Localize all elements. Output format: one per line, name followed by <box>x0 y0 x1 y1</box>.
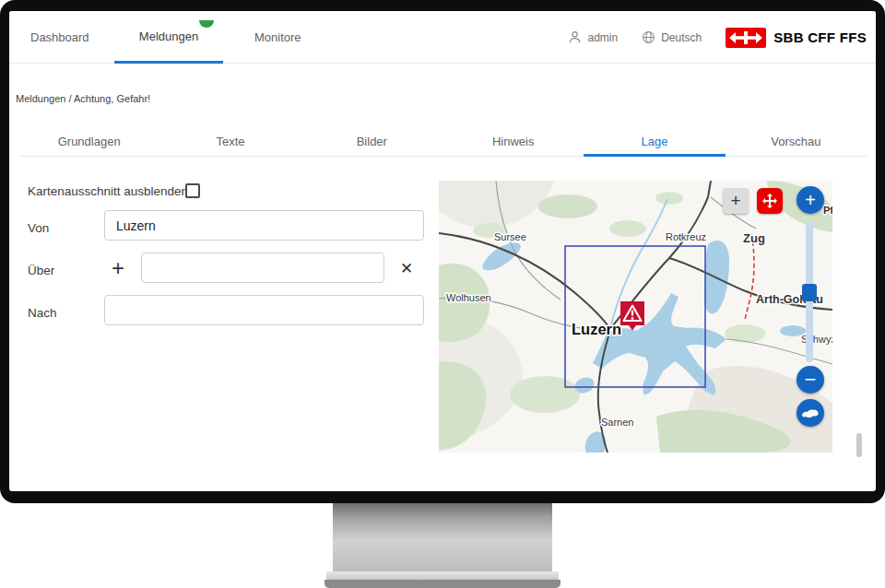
reset-view-button[interactable] <box>796 399 824 427</box>
tab-hinweis[interactable]: Hinweis <box>442 127 584 156</box>
globe-icon <box>642 30 655 44</box>
sbb-flag-icon <box>726 28 766 48</box>
pan-mode-button[interactable] <box>757 188 783 214</box>
notification-arc-icon <box>199 19 214 28</box>
nach-input[interactable] <box>104 295 424 325</box>
hide-map-checkbox[interactable] <box>185 183 200 198</box>
nav-item-dashboard[interactable]: Dashboard <box>30 11 89 64</box>
nav-item-meldungen[interactable]: Meldungen <box>114 11 223 64</box>
user-icon <box>568 30 582 44</box>
nav-item-monitore[interactable]: Monitore <box>254 11 301 64</box>
user-menu[interactable]: admin <box>568 30 618 44</box>
zoom-slider-handle[interactable] <box>802 284 817 301</box>
tab-grundlagen[interactable]: Grundlagen <box>18 127 159 156</box>
tab-bar: Grundlagen Texte Bilder Hinweis Lage Vor… <box>18 127 867 157</box>
map-label-sursee: Sursee <box>494 231 526 242</box>
monitor-stand-foot <box>324 580 560 588</box>
tab-bilder[interactable]: Bilder <box>301 127 442 156</box>
breadcrumb: Meldungen / Achtung, Gefahr! <box>16 93 150 104</box>
map-label-zug: Zug <box>743 231 765 245</box>
tab-texte[interactable]: Texte <box>159 127 301 156</box>
tab-lage[interactable]: Lage <box>584 127 725 156</box>
map-label-pf: Pf <box>823 205 832 216</box>
tab-vorschau[interactable]: Vorschau <box>726 127 867 156</box>
ueber-label: Über <box>28 264 54 277</box>
switzerland-icon <box>801 407 820 419</box>
map-container[interactable]: Sursee Rotkreuz Zug Wolhusen Luzern Arth… <box>439 181 832 453</box>
warning-marker[interactable] <box>620 301 644 331</box>
language-menu[interactable]: Deutsch <box>642 30 702 44</box>
nach-label: Nach <box>28 306 57 320</box>
zoom-out-button[interactable]: − <box>796 366 824 394</box>
move-icon <box>762 194 777 208</box>
language-label: Deutsch <box>661 31 702 44</box>
von-label: Von <box>28 221 49 235</box>
hide-map-label: Kartenausschnitt ausblenden <box>28 184 188 198</box>
sbb-logo-text: SBB CFF FFS <box>773 29 867 45</box>
zoom-in-button[interactable]: + <box>796 186 824 214</box>
monitor-stand-neck <box>333 503 552 571</box>
clear-via-button[interactable]: ✕ <box>394 255 419 281</box>
zoom-slider[interactable] <box>806 221 813 362</box>
via-input[interactable] <box>141 253 384 283</box>
sbb-logo: SBB CFF FFS <box>726 28 867 48</box>
screen: Dashboard Meldungen Monitore admin <box>9 11 876 491</box>
nav-item-meldungen-label: Meldungen <box>139 29 198 43</box>
monitor-frame: Dashboard Meldungen Monitore admin <box>0 0 885 503</box>
add-via-button[interactable]: + <box>105 255 131 281</box>
map-label-wolhusen: Wolhusen <box>446 292 491 303</box>
overview-zoom-button[interactable]: + <box>723 188 749 214</box>
top-navbar: Dashboard Meldungen Monitore admin <box>9 11 876 64</box>
map-label-rotkreuz: Rotkreuz <box>666 231 706 242</box>
nav-right-cluster: admin Deutsch <box>568 11 867 64</box>
map-label-sarnen: Sarnen <box>601 417 633 428</box>
user-label: admin <box>587 31 618 44</box>
von-input[interactable] <box>104 210 424 241</box>
scrollbar-thumb[interactable] <box>856 433 862 457</box>
map-label-luzern: Luzern <box>572 321 621 337</box>
